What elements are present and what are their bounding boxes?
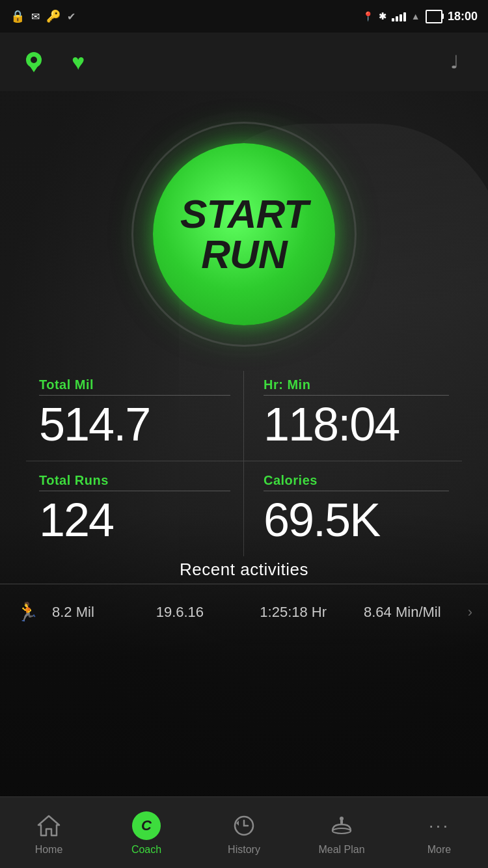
- bluetooth-icon: ✱: [379, 11, 386, 21]
- status-bar-left-icons: 🔒 ✉ 🔑 ✔: [10, 9, 75, 23]
- stats-grid: Total Mil 514.7 Hr: Min 118:04 Total Run…: [0, 371, 488, 556]
- email-icon: ✉: [31, 10, 40, 23]
- stat-total-runs-label: Total Runs: [39, 473, 230, 488]
- location-status-icon: 📍: [362, 11, 373, 21]
- status-bar-right-icons: 📍 ✱ ▲ 18:00: [362, 10, 478, 23]
- nav-label-meal-plan: Meal Plan: [318, 844, 364, 856]
- more-dots-icon: ···: [429, 815, 450, 836]
- svg-marker-3: [38, 816, 59, 835]
- start-run-line1: START: [180, 194, 308, 234]
- recent-divider: [0, 584, 488, 584]
- coach-icon: C: [132, 811, 161, 840]
- start-run-button[interactable]: START RUN: [153, 143, 335, 325]
- stat-total-miles-label: Total Mil: [39, 377, 230, 392]
- nav-item-meal-plan[interactable]: Meal Plan: [293, 797, 390, 868]
- stat-calories-value: 69.5K: [264, 496, 449, 543]
- nav-item-more[interactable]: ··· More: [390, 797, 488, 868]
- top-bar-left: ♥: [20, 47, 92, 76]
- battery-icon: [426, 10, 442, 23]
- coach-icon-wrap: C: [131, 810, 162, 841]
- stat-hr-min-value: 118:04: [264, 401, 449, 448]
- key-icon: 🔑: [46, 9, 61, 23]
- nav-label-more: More: [427, 844, 451, 856]
- top-bar: ♥ ♩: [0, 33, 488, 91]
- nav-item-home[interactable]: Home: [0, 797, 98, 868]
- activity-time: 1:25:18 Hr: [260, 604, 351, 621]
- lock-icon: 🔒: [10, 9, 25, 23]
- main-content: START RUN Total Mil 514.7 Hr: Min 118:04…: [0, 91, 488, 796]
- stat-divider-2: [264, 395, 449, 396]
- recent-activities-section: Recent activities 🏃 8.2 Mil 19.6.16 1:25…: [0, 560, 488, 631]
- svg-marker-2: [29, 64, 39, 72]
- stat-total-miles: Total Mil 514.7: [26, 371, 244, 461]
- activity-distance: 8.2 Mil: [52, 604, 143, 621]
- music-icon: ♩: [450, 51, 459, 73]
- status-time: 18:00: [448, 10, 478, 23]
- running-person-icon: 🏃: [16, 601, 39, 623]
- meal-plan-icon: [330, 814, 353, 837]
- stat-calories-label: Calories: [264, 473, 449, 488]
- check-icon: ✔: [67, 10, 75, 23]
- nav-label-home: Home: [35, 844, 63, 856]
- stat-divider-4: [264, 491, 449, 491]
- home-icon: [37, 815, 61, 837]
- activity-list-item[interactable]: 🏃 8.2 Mil 19.6.16 1:25:18 Hr 8.64 Min/Mi…: [0, 593, 488, 631]
- activity-pace: 8.64 Min/Mil: [364, 604, 455, 621]
- stat-calories: Calories 69.5K: [244, 461, 462, 556]
- stat-hr-min-label: Hr: Min: [264, 377, 449, 392]
- stat-hr-min: Hr: Min 118:04: [244, 371, 462, 461]
- nav-label-history: History: [228, 844, 260, 856]
- mobile-signal-icon: ▲: [411, 11, 420, 21]
- start-run-line2: RUN: [201, 234, 286, 275]
- recent-activities-title: Recent activities: [0, 560, 488, 580]
- bottom-navigation: Home C Coach History: [0, 796, 488, 868]
- chevron-right-icon: ›: [468, 604, 472, 621]
- stat-divider-1: [39, 395, 230, 396]
- heart-icon: ♥: [72, 51, 85, 73]
- status-bar: 🔒 ✉ 🔑 ✔ 📍 ✱ ▲ 18:00: [0, 0, 488, 33]
- activity-date: 19.6.16: [156, 604, 247, 621]
- start-run-outer-ring: START RUN: [120, 111, 368, 358]
- svg-point-1: [31, 57, 37, 63]
- location-button[interactable]: [20, 47, 48, 76]
- svg-point-7: [340, 817, 344, 821]
- stat-total-runs-value: 124: [39, 496, 230, 543]
- nav-label-coach: Coach: [131, 844, 161, 856]
- pin-icon: [22, 50, 46, 74]
- home-icon-wrap: [33, 810, 64, 841]
- stat-divider-3: [39, 491, 230, 491]
- heart-button[interactable]: ♥: [64, 47, 92, 76]
- nav-item-coach[interactable]: C Coach: [98, 797, 195, 868]
- more-icon-wrap: ···: [424, 810, 455, 841]
- wifi-icon: [392, 11, 406, 21]
- meal-plan-icon-wrap: [326, 810, 357, 841]
- start-run-container: START RUN: [120, 111, 368, 358]
- history-icon-wrap: [228, 810, 260, 841]
- nav-item-history[interactable]: History: [195, 797, 293, 868]
- music-button[interactable]: ♩: [440, 47, 468, 76]
- stat-total-miles-value: 514.7: [39, 401, 230, 448]
- stat-total-runs: Total Runs 124: [26, 461, 244, 556]
- coach-letter: C: [141, 817, 152, 834]
- history-icon: [232, 814, 256, 837]
- svg-point-5: [332, 828, 351, 834]
